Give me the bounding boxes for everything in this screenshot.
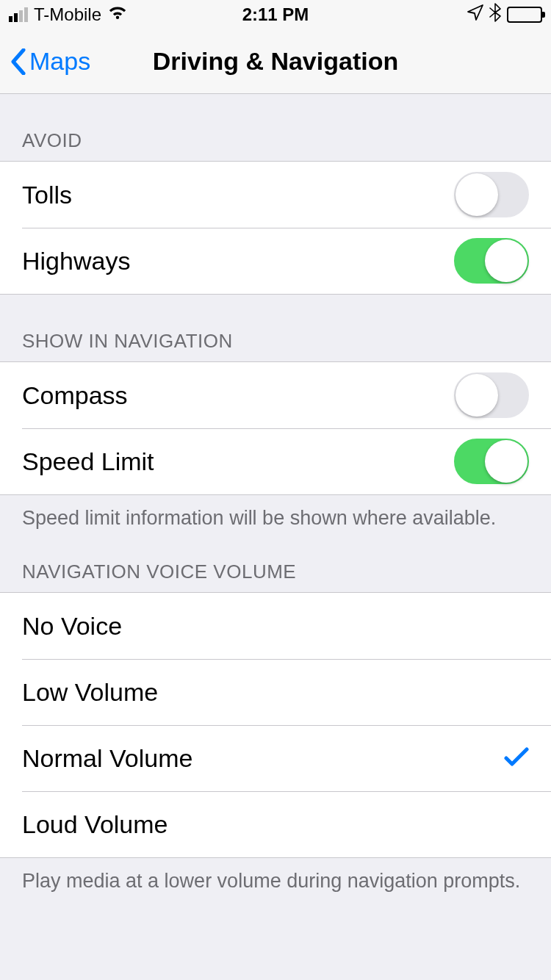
back-label: Maps (29, 47, 90, 76)
row-normal-volume[interactable]: Normal Volume (0, 725, 551, 791)
label-low-volume: Low Volume (22, 678, 158, 707)
label-no-voice: No Voice (22, 612, 122, 641)
chevron-left-icon (9, 48, 26, 75)
toggle-compass[interactable] (454, 372, 529, 418)
section-header-avoid: AVOID (0, 94, 551, 161)
section-footer-show: Speed limit information will be shown wh… (0, 495, 551, 538)
signal-icon (9, 7, 28, 22)
row-tolls: Tolls (0, 162, 551, 228)
label-compass: Compass (22, 381, 128, 410)
row-highways: Highways (0, 228, 551, 294)
carrier-label: T-Mobile (34, 4, 101, 25)
row-no-voice[interactable]: No Voice (0, 593, 551, 659)
section-header-voice: NAVIGATION VOICE VOLUME (0, 538, 551, 592)
label-normal-volume: Normal Volume (22, 744, 192, 773)
bluetooth-icon (489, 3, 501, 26)
status-bar: T-Mobile 2:11 PM (0, 0, 551, 29)
section-footer-voice: Play media at a lower volume during navi… (0, 858, 551, 901)
label-tolls: Tolls (22, 181, 72, 209)
row-loud-volume[interactable]: Loud Volume (0, 791, 551, 857)
list-show: Compass Speed Limit (0, 361, 551, 495)
wifi-icon (107, 4, 128, 25)
section-header-show: SHOW IN NAVIGATION (0, 295, 551, 361)
toggle-speed-limit[interactable] (454, 439, 529, 484)
label-speed-limit: Speed Limit (22, 447, 154, 476)
label-loud-volume: Loud Volume (22, 810, 168, 839)
toggle-tolls[interactable] (454, 172, 529, 217)
battery-icon (507, 7, 542, 23)
row-speed-limit: Speed Limit (0, 428, 551, 494)
row-low-volume[interactable]: Low Volume (0, 659, 551, 725)
list-voice: No Voice Low Volume Normal Volume Loud V… (0, 592, 551, 858)
location-icon (467, 4, 483, 25)
toggle-highways[interactable] (454, 238, 529, 284)
navigation-bar: Maps Driving & Navigation (0, 29, 551, 94)
label-highways: Highways (22, 247, 130, 275)
list-avoid: Tolls Highways (0, 161, 551, 295)
row-compass: Compass (0, 362, 551, 428)
back-button[interactable]: Maps (0, 47, 90, 76)
checkmark-icon (504, 743, 529, 774)
